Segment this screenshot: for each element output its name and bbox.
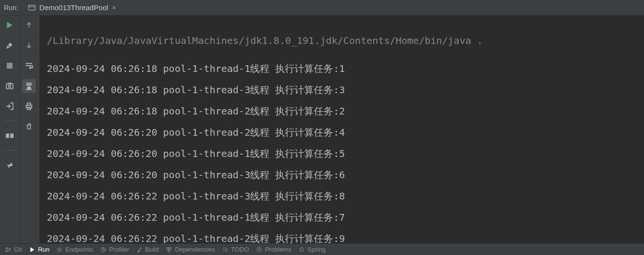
spring-icon [298, 246, 305, 253]
print-button[interactable] [22, 99, 36, 113]
down-stacktrace-button[interactable] [22, 39, 36, 52]
svg-rect-6 [8, 83, 11, 84]
tool-tab-label: Dependencies [175, 246, 215, 253]
run-tab-title: Demo013ThreadPool [40, 3, 109, 12]
clear-all-button[interactable] [22, 120, 36, 133]
soft-wrap-button[interactable] [22, 59, 36, 72]
up-stacktrace-button[interactable] [22, 18, 36, 32]
endpoints-icon [56, 246, 63, 253]
svg-rect-20 [168, 250, 170, 252]
modify-run-config-button[interactable] [3, 39, 16, 52]
tool-tab-problems[interactable]: Problems [256, 246, 292, 253]
console-line: 2024-09-24 06:26:20 pool-1-thread-3线程 执行… [47, 169, 345, 181]
run-tab[interactable]: Demo013ThreadPool × [24, 1, 120, 14]
tool-tab-label: Problems [265, 246, 292, 253]
console-line: 2024-09-24 06:26:18 pool-1-thread-1线程 执行… [47, 63, 345, 74]
left-toolbar-secondary [19, 15, 39, 243]
build-icon [136, 246, 143, 253]
tool-tab-label: TODO [231, 246, 249, 253]
toolbar-divider [4, 121, 15, 121]
svg-rect-19 [169, 247, 171, 249]
svg-rect-18 [167, 247, 169, 249]
tool-tab-dependencies[interactable]: Dependencies [166, 246, 215, 253]
tool-tab-git[interactable]: Git [5, 246, 22, 253]
left-toolbar-primary [0, 15, 19, 243]
console-output-panel[interactable]: /Library/Java/JavaVirtualMachines/jdk1.8… [39, 15, 644, 243]
tool-tab-label: Run [38, 246, 50, 253]
tool-tab-label: Spring [308, 246, 326, 253]
close-icon[interactable]: × [112, 4, 116, 12]
svg-marker-2 [7, 22, 12, 28]
tool-tab-label: Git [14, 246, 22, 253]
console-line: 2024-09-24 06:26:22 pool-1-thread-2线程 执行… [47, 233, 345, 243]
console-line: 2024-09-24 06:26:18 pool-1-thread-3线程 执行… [47, 84, 345, 96]
pin-button[interactable] [3, 158, 16, 172]
problems-icon [256, 246, 263, 253]
exit-button[interactable] [3, 99, 16, 113]
todo-icon [222, 246, 229, 253]
console-line: 2024-09-24 06:26:20 pool-1-thread-1线程 执行… [47, 148, 345, 159]
svg-rect-4 [6, 84, 13, 89]
svg-point-12 [6, 247, 8, 249]
play-icon [29, 246, 36, 253]
tool-tab-run[interactable]: Run [29, 246, 50, 253]
toolbar-divider [4, 150, 15, 151]
scroll-to-end-button[interactable] [22, 79, 36, 93]
svg-rect-7 [6, 134, 9, 138]
dump-threads-button[interactable] [3, 79, 16, 93]
git-branch-icon [5, 246, 12, 253]
console-output: /Library/Java/JavaVirtualMachines/jdk1.8… [39, 15, 644, 243]
console-line: 2024-09-24 06:26:18 pool-1-thread-2线程 执行… [47, 105, 345, 117]
console-line: 2024-09-24 06:26:22 pool-1-thread-3线程 执行… [47, 190, 345, 202]
run-tool-body: /Library/Java/JavaVirtualMachines/jdk1.8… [0, 15, 644, 243]
svg-point-14 [9, 248, 11, 250]
layout-button[interactable] [3, 129, 16, 142]
bottom-tool-tabs: Git Run Endpoints Profiler Build Depende… [0, 243, 644, 255]
console-command-line: /Library/Java/JavaVirtualMachines/jdk1.8… [47, 35, 483, 46]
profiler-icon [100, 246, 107, 253]
tool-tab-label: Build [145, 246, 159, 253]
console-line: 2024-09-24 06:26:22 pool-1-thread-1线程 执行… [47, 212, 345, 223]
dependencies-icon [166, 246, 172, 253]
tool-tab-profiler[interactable]: Profiler [100, 246, 129, 253]
svg-point-16 [59, 249, 60, 250]
console-line: 2024-09-24 06:26:20 pool-1-thread-2线程 执行… [47, 127, 345, 138]
run-label: Run: [4, 4, 18, 12]
tool-tab-spring[interactable]: Spring [298, 246, 326, 253]
svg-rect-3 [7, 63, 13, 69]
tool-tab-build[interactable]: Build [136, 246, 159, 253]
tool-tab-label: Endpoints [65, 246, 93, 253]
run-tool-header: Run: Demo013ThreadPool × [0, 0, 644, 15]
tool-tab-label: Profiler [109, 246, 129, 253]
svg-point-13 [6, 250, 8, 252]
svg-rect-0 [28, 5, 35, 10]
rerun-button[interactable] [3, 18, 16, 32]
tool-tab-endpoints[interactable]: Endpoints [56, 246, 93, 253]
stop-button[interactable] [3, 59, 16, 72]
tool-tab-todo[interactable]: TODO [222, 246, 249, 253]
application-icon [28, 4, 36, 12]
svg-rect-8 [10, 134, 14, 138]
svg-rect-11 [27, 107, 30, 110]
svg-point-5 [8, 85, 11, 87]
svg-rect-10 [27, 103, 30, 105]
